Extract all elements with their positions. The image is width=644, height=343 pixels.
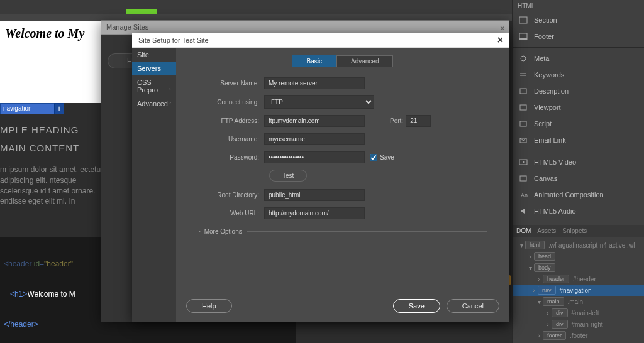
svg-rect-2 <box>519 38 527 40</box>
panel-dropdown[interactable]: HTML <box>513 0 644 12</box>
email-icon <box>518 136 529 144</box>
save-checkbox-label: Save <box>380 154 394 161</box>
canvas-icon <box>518 174 529 183</box>
setup-sidebar: Site Servers CSS Prepro› Advanced› <box>132 48 176 322</box>
script-icon <box>518 119 529 128</box>
audio-icon <box>518 207 529 215</box>
dom-nav-node[interactable]: nav <box>538 286 556 295</box>
label-password: Password: <box>199 154 264 161</box>
svg-rect-4 <box>520 89 526 94</box>
animation-icon: An <box>518 190 529 199</box>
section-icon <box>518 16 529 24</box>
meta-icon <box>518 54 529 63</box>
insert-html5-video[interactable]: HTML5 Video <box>513 154 644 170</box>
more-options-toggle[interactable]: › More Options <box>199 228 487 235</box>
server-form: Server Name: Connect using: FTP FTP Addr… <box>186 77 499 235</box>
video-icon <box>518 158 529 166</box>
username-input[interactable] <box>264 133 365 145</box>
insert-animated-comp[interactable]: AnAnimated Composition <box>513 187 644 203</box>
sidebar-item-advanced[interactable]: Advanced› <box>132 97 176 111</box>
element-tag[interactable]: navigation <box>0 103 63 114</box>
dialog-title: Site Setup for Test Site <box>138 36 209 44</box>
sidebar-item-css-prepro[interactable]: CSS Prepro› <box>132 75 176 97</box>
tab-dom[interactable]: DOM <box>516 227 531 234</box>
insert-keywords[interactable]: Keywords <box>513 67 644 83</box>
label-ftp-address: FTP Address: <box>199 117 264 124</box>
label-connect: Connect using: <box>199 99 264 106</box>
viewport-icon <box>518 103 529 112</box>
dom-tree: ▾html.wf-aguafinascript-n4-active .wf ›h… <box>513 237 644 343</box>
connect-using-select[interactable]: FTP <box>264 95 374 109</box>
root-directory-input[interactable] <box>264 189 365 201</box>
server-name-input[interactable] <box>264 77 365 89</box>
svg-point-3 <box>521 56 526 61</box>
insert-canvas[interactable]: Canvas <box>513 170 644 187</box>
svg-rect-6 <box>520 121 526 126</box>
label-username: Username: <box>199 136 264 143</box>
sidebar-item-servers[interactable]: Servers <box>132 62 176 75</box>
test-button[interactable]: Test <box>269 170 307 182</box>
svg-rect-0 <box>519 17 527 23</box>
insert-viewport[interactable]: Viewport <box>513 99 644 116</box>
svg-rect-9 <box>520 176 526 181</box>
site-setup-dialog: Site Setup for Test Site × Site Servers … <box>132 33 509 322</box>
cancel-button[interactable]: Cancel <box>447 299 499 313</box>
insert-footer[interactable]: Footer <box>513 28 644 45</box>
sidebar-item-site[interactable]: Site <box>132 48 176 62</box>
chevron-right-icon: › <box>199 229 201 234</box>
tab-assets[interactable]: Assets <box>537 227 556 234</box>
preview-content: MPLE HEADING MAIN CONTENT m ipsum dolor … <box>0 119 113 212</box>
save-password-checkbox[interactable] <box>370 154 377 161</box>
close-icon[interactable]: × <box>497 35 503 46</box>
web-url-input[interactable] <box>264 207 365 219</box>
label-web-url: Web URL: <box>199 210 264 217</box>
tab-snippets[interactable]: Snippets <box>562 227 587 234</box>
tab-advanced[interactable]: Advanced <box>336 55 393 67</box>
footer-icon <box>518 32 529 41</box>
preview-heading: Welcome to My <box>5 26 96 41</box>
save-button[interactable]: Save <box>393 299 440 313</box>
password-input[interactable] <box>264 151 365 163</box>
keywords-icon <box>518 70 529 79</box>
insert-meta[interactable]: Meta <box>513 50 644 67</box>
close-icon[interactable]: × <box>500 23 505 33</box>
ftp-address-input[interactable] <box>264 115 365 127</box>
tab-basic[interactable]: Basic <box>292 55 336 67</box>
svg-text:An: An <box>521 192 528 199</box>
port-input[interactable] <box>406 115 431 127</box>
label-server-name: Server Name: <box>199 80 264 87</box>
label-port: Port: <box>390 117 403 124</box>
insert-html5-audio[interactable]: HTML5 Audio <box>513 203 644 219</box>
insert-script[interactable]: Script <box>513 116 644 132</box>
svg-rect-5 <box>520 105 526 110</box>
insert-email-link[interactable]: Email Link <box>513 132 644 148</box>
design-preview: Welcome to My <box>0 21 101 103</box>
insert-section[interactable]: Section <box>513 12 644 28</box>
insert-description[interactable]: Description <box>513 83 644 99</box>
description-icon <box>518 87 529 95</box>
help-button[interactable]: Help <box>186 299 232 313</box>
label-root-directory: Root Directory: <box>199 192 264 199</box>
add-element-button[interactable]: + <box>54 103 64 114</box>
insert-panel: HTML Section Footer Meta Keywords Descri… <box>512 0 644 343</box>
